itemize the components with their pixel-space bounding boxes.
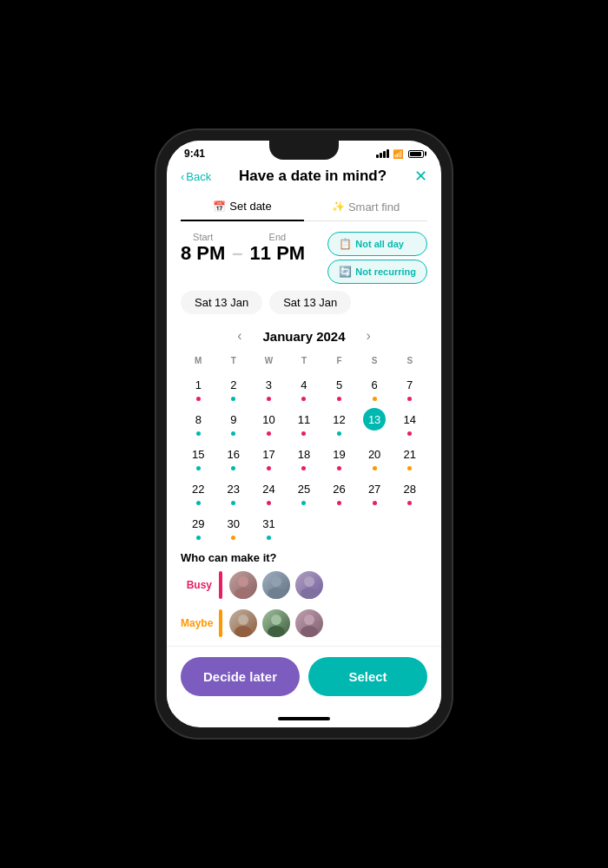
chevron-left-icon: ‹ [181,170,184,183]
calendar-day-cell[interactable]: 14 [392,405,427,438]
calendar-dot [407,466,412,470]
calendar-day-cell[interactable]: 10 [251,405,287,438]
clock-icon: 📋 [339,238,352,250]
tab-set-date[interactable]: 📅 Set date [181,193,304,221]
calendar-day-cell[interactable]: 9 [216,405,252,438]
notch [269,141,339,160]
calendar-day-cell[interactable]: 25 [287,475,322,508]
start-time-value[interactable]: 8 PM [181,242,225,265]
calendar-day-cell[interactable]: 21 [392,440,427,473]
calendar-day-cell[interactable]: 5 [321,371,357,404]
calendar-day-number: 5 [328,373,351,396]
avatar[interactable] [229,609,257,637]
phone-frame: 9:41 📶 ‹ Back Have a date in mind? [156,130,452,738]
not-all-day-button[interactable]: 📋 Not all day [327,232,427,256]
calendar-day-cell[interactable]: 31 [251,510,287,542]
calendar-day-cell[interactable]: 22 [181,475,216,508]
close-button[interactable]: ✕ [414,167,427,186]
calendar-day-cell[interactable]: 3 [251,371,287,404]
start-time-block: Start 8 PM [181,232,225,265]
decide-later-button[interactable]: Decide later [181,657,300,696]
back-label: Back [186,170,211,183]
calendar-dot [407,501,412,505]
svg-point-3 [268,588,285,599]
calendar-day-number: 3 [257,373,280,396]
main-content: Start 8 PM – End 11 PM 📋 Not all day 🔄 [167,221,441,646]
calendar-dot [231,466,235,470]
not-recurring-button[interactable]: 🔄 Not recurring [327,260,427,284]
time-divider: – [232,242,242,265]
calendar-day-cell[interactable]: 11 [287,405,322,438]
calendar-day-cell[interactable]: 1 [181,371,216,404]
calendar-day-number: 26 [328,477,351,500]
maybe-label: Maybe [181,617,212,629]
calendar-day-number: 25 [293,477,315,500]
avatar[interactable] [295,609,323,637]
start-date-pill[interactable]: Sat 13 Jan [181,291,262,314]
calendar-day-cell[interactable]: 7 [392,371,427,404]
signal-icon [376,149,389,158]
calendar-dot [373,397,377,401]
calendar-day-cell[interactable]: 13 [357,405,393,438]
cal-next-button[interactable]: › [360,325,378,347]
bottom-bar: Decide later Select [167,646,441,713]
calendar-day-number: 18 [293,443,315,465]
calendar-day-cell[interactable]: 8 [181,405,216,438]
calendar-day-number: 1 [187,373,209,396]
calendar-grid: M T W T F S S 12345678910111213141516171… [181,354,427,542]
select-button[interactable]: Select [308,657,427,696]
svg-point-0 [238,576,248,587]
recurring-icon: 🔄 [339,266,352,278]
calendar-day-cell[interactable]: 30 [216,510,252,542]
calendar-day-cell[interactable]: 4 [287,371,322,404]
calendar-day-cell[interactable]: 15 [181,440,216,473]
calendar-day-cell[interactable]: 20 [357,440,393,473]
cal-prev-button[interactable]: ‹ [230,325,248,347]
calendar-day-cell[interactable]: 19 [321,440,357,473]
calendar-day-cell[interactable]: 27 [357,475,393,508]
calendar-day-number: 11 [293,408,315,431]
calendar-day-cell[interactable]: 23 [216,475,252,508]
busy-avatars [229,571,323,599]
calendar-dot [407,431,412,436]
end-time-value[interactable]: 11 PM [250,242,306,265]
calendar-day-number: 10 [257,408,280,431]
avatar[interactable] [262,609,290,637]
date-row: Sat 13 Jan Sat 13 Jan [181,291,427,314]
avatar[interactable] [262,571,290,599]
busy-row: Busy [181,571,427,599]
calendar-dot [267,466,271,470]
calendar-day-cell[interactable]: 26 [321,475,357,508]
calendar-day-number: 30 [222,512,245,535]
calendar-dot [267,431,271,436]
calendar-day-number: 20 [363,443,386,465]
calendar-day-number: 19 [328,443,351,465]
calendar-day-cell [287,510,322,542]
tab-smart-find[interactable]: ✨ Smart find [304,193,427,220]
availability-section-title: Who can make it? [181,551,427,564]
svg-point-6 [238,615,248,625]
avatar[interactable] [229,571,257,599]
calendar-day-number: 27 [363,477,386,500]
calendar-day-cell[interactable]: 16 [216,440,252,473]
calendar-day-cell[interactable]: 6 [357,371,393,404]
end-date-pill[interactable]: Sat 13 Jan [269,291,351,314]
calendar-day-number: 7 [399,373,421,396]
calendar-day-cell[interactable]: 12 [321,405,357,438]
back-button[interactable]: ‹ Back [181,170,211,183]
avatar[interactable] [295,571,323,599]
not-all-day-label: Not all day [355,239,404,249]
calendar-day-cell[interactable]: 28 [392,475,427,508]
tab-set-date-label: Set date [229,200,271,213]
calendar-day-cell[interactable]: 24 [251,475,287,508]
calendar-day-cell[interactable]: 18 [287,440,322,473]
calendar-day-cell[interactable]: 2 [216,371,252,404]
calendar-day-number: 22 [187,477,209,500]
calendar-dot [267,501,271,505]
calendar-days: 1234567891011121314151617181920212223242… [181,371,427,542]
svg-point-9 [268,626,285,637]
calendar-day-cell[interactable]: 17 [251,440,287,473]
calendar-day-number: 9 [222,408,245,431]
calendar-day-cell[interactable]: 29 [181,510,216,542]
tab-smart-find-label: Smart find [348,201,400,214]
